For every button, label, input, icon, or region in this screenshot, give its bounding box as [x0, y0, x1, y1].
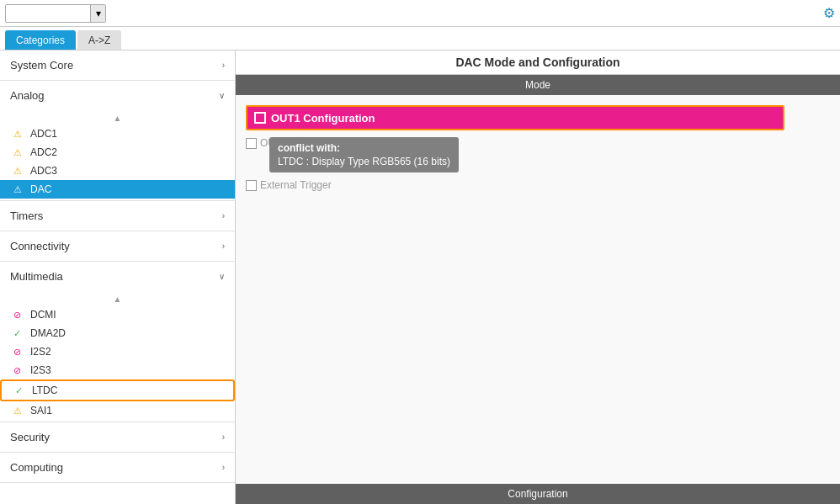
dac-icon: ⚠ — [13, 184, 27, 195]
ltdc-label: LTDC — [32, 385, 57, 396]
sidebar: System Core › Analog ∨ ▲ ⚠ ADC1 ⚠ — [0, 50, 236, 504]
out1-config-bar[interactable]: OUT1 Configuration — [246, 105, 784, 130]
analog-items: ▲ ⚠ ADC1 ⚠ ADC2 ⚠ ADC3 ⚠ DA — [0, 110, 235, 200]
configuration-header: Configuration — [236, 484, 840, 504]
sidebar-header-multimedia[interactable]: Multimedia ∨ — [0, 262, 235, 291]
sidebar-section-system-core: System Core › — [0, 50, 235, 81]
sidebar-section-connectivity: Connectivity › — [0, 231, 235, 262]
tab-categories[interactable]: Categories — [5, 30, 76, 50]
app-container: ▾ ⚙ Categories A->Z System Core › — [0, 0, 840, 504]
i2s3-label: I2S3 — [30, 364, 51, 376]
sidebar-header-timers[interactable]: Timers › — [0, 201, 235, 231]
computing-arrow: › — [222, 463, 225, 472]
sidebar-item-dma2d[interactable]: ✓ DMA2D — [0, 324, 235, 342]
gear-button[interactable]: ⚙ — [823, 5, 835, 21]
multimedia-scroll-up: ▲ — [0, 293, 235, 305]
adc1-label: ADC1 — [30, 128, 57, 140]
analog-label: Analog — [10, 89, 44, 102]
sidebar-item-dcmi[interactable]: ⊘ DCMI — [0, 305, 235, 324]
sidebar-item-sai1[interactable]: ⚠ SAI1 — [0, 401, 235, 420]
multimedia-items: ▲ ⊘ DCMI ✓ DMA2D ⊘ I2S2 ⊘ I — [0, 291, 235, 422]
conflict-detail: LTDC : Display Type RGB565 (16 bits) — [278, 156, 450, 167]
search-dropdown-arrow[interactable]: ▾ — [90, 5, 105, 22]
sidebar-section-computing: Computing › — [0, 453, 235, 483]
sidebar-item-i2s3[interactable]: ⊘ I2S3 — [0, 361, 235, 379]
i2s2-label: I2S2 — [30, 346, 51, 358]
sai1-icon: ⚠ — [13, 406, 27, 416]
timers-arrow: › — [222, 211, 225, 220]
search-box[interactable]: ▾ — [5, 4, 106, 23]
conflict-tooltip: conflict with: LTDC : Display Type RGB56… — [269, 137, 459, 172]
sidebar-item-dac[interactable]: ⚠ DAC — [0, 180, 235, 199]
conflict-title: conflict with: — [278, 142, 450, 154]
system-core-arrow: › — [222, 61, 225, 70]
dcmi-label: DCMI — [30, 309, 56, 321]
tab-az[interactable]: A->Z — [77, 30, 121, 50]
sidebar-header-system-core[interactable]: System Core › — [0, 50, 235, 80]
multimedia-label: Multimedia — [10, 270, 63, 283]
out2-row: OUT conflict with: LTDC : Display Type R… — [246, 137, 830, 149]
connectivity-label: Connectivity — [10, 240, 70, 252]
sidebar-section-timers: Timers › — [0, 201, 235, 231]
sai1-label: SAI1 — [30, 405, 52, 416]
i2s3-icon: ⊘ — [13, 365, 27, 376]
sidebar-item-adc2[interactable]: ⚠ ADC2 — [0, 143, 235, 162]
sidebar-header-analog[interactable]: Analog ∨ — [0, 81, 235, 110]
out2-checkbox[interactable] — [246, 138, 257, 149]
analog-scroll-up: ▲ — [0, 112, 235, 125]
sidebar-header-connectivity[interactable]: Connectivity › — [0, 231, 235, 261]
mode-content: OUT1 Configuration OUT conflict with: LT… — [236, 95, 840, 484]
timers-label: Timers — [10, 210, 43, 222]
ltdc-icon: ✓ — [15, 385, 29, 396]
dma2d-icon: ✓ — [13, 328, 27, 339]
search-input[interactable] — [6, 6, 90, 21]
content-area: DAC Mode and Configuration Mode OUT1 Con… — [236, 50, 840, 504]
security-label: Security — [10, 431, 50, 443]
external-trigger-label: External Trigger — [260, 179, 332, 191]
i2s2-icon: ⊘ — [13, 347, 27, 358]
connectivity-arrow: › — [222, 241, 225, 251]
sidebar-item-adc1[interactable]: ⚠ ADC1 — [0, 125, 235, 143]
adc3-icon: ⚠ — [13, 166, 27, 177]
sidebar-header-computing[interactable]: Computing › — [0, 453, 235, 482]
out1-config-row: OUT1 Configuration — [246, 105, 830, 130]
page-title: DAC Mode and Configuration — [236, 50, 840, 75]
dac-label: DAC — [30, 183, 51, 195]
computing-label: Computing — [10, 461, 63, 474]
dropdown-icon: ▾ — [96, 8, 101, 19]
external-trigger-row: External Trigger — [246, 179, 830, 191]
mode-section: Mode OUT1 Configuration OUT — [236, 75, 840, 484]
gear-icon: ⚙ — [823, 6, 835, 20]
dcmi-icon: ⊘ — [13, 310, 27, 321]
sidebar-item-ltdc[interactable]: ✓ LTDC — [0, 379, 235, 401]
sidebar-item-adc3[interactable]: ⚠ ADC3 — [0, 162, 235, 180]
adc3-label: ADC3 — [30, 165, 57, 177]
sidebar-header-security[interactable]: Security › — [0, 422, 235, 452]
analog-arrow: ∨ — [219, 91, 225, 100]
top-bar: ▾ ⚙ — [0, 0, 840, 27]
sidebar-section-analog: Analog ∨ ▲ ⚠ ADC1 ⚠ ADC2 ⚠ ADC3 — [0, 81, 235, 201]
adc2-label: ADC2 — [30, 146, 57, 158]
out1-color-icon — [254, 112, 266, 124]
tab-row: Categories A->Z — [0, 27, 840, 50]
multimedia-arrow: ∨ — [219, 272, 225, 281]
sidebar-section-security: Security › — [0, 422, 235, 453]
security-arrow: › — [222, 432, 225, 442]
sidebar-item-i2s2[interactable]: ⊘ I2S2 — [0, 342, 235, 361]
sidebar-section-multimedia: Multimedia ∨ ▲ ⊘ DCMI ✓ DMA2D ⊘ I2S — [0, 262, 235, 422]
mode-header: Mode — [236, 75, 840, 95]
external-trigger-checkbox[interactable] — [246, 180, 257, 191]
system-core-label: System Core — [10, 59, 73, 72]
out1-config-label: OUT1 Configuration — [271, 112, 375, 125]
main-layout: System Core › Analog ∨ ▲ ⚠ ADC1 ⚠ — [0, 50, 840, 504]
adc2-icon: ⚠ — [13, 147, 27, 158]
dma2d-label: DMA2D — [30, 327, 66, 339]
configuration-section: Configuration — [236, 484, 840, 504]
adc1-icon: ⚠ — [13, 129, 27, 140]
